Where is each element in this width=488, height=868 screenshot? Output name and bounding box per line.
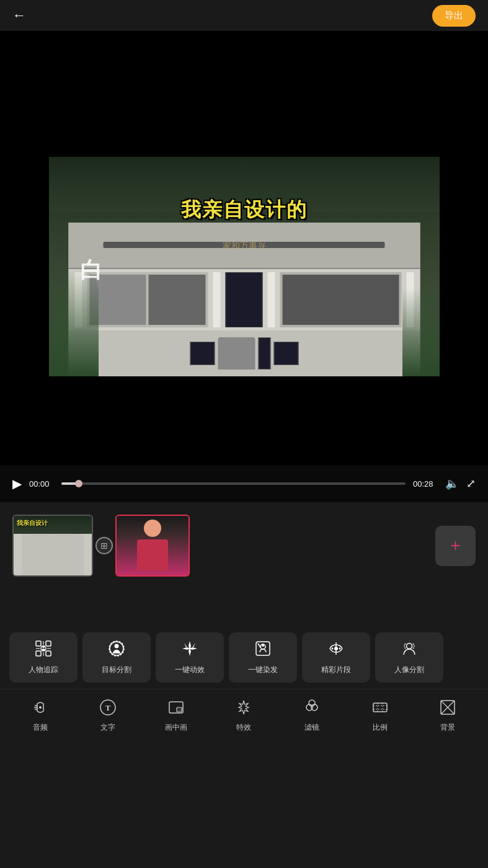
- highlights-icon: [327, 640, 345, 660]
- tool-audio[interactable]: 音频: [19, 699, 62, 733]
- video-controls: ▶ 00:00 00:28 🔈 ⤢: [0, 465, 488, 502]
- volume-icon[interactable]: 🔈: [445, 477, 459, 490]
- fullscreen-icon[interactable]: ⤢: [466, 477, 476, 490]
- back-button[interactable]: ←: [12, 9, 26, 22]
- highlights-label: 精彩片段: [321, 665, 351, 675]
- link-symbol: ⊞: [100, 541, 108, 551]
- audio-label: 音频: [33, 722, 48, 733]
- target-segment-label: 目标分割: [102, 665, 131, 675]
- link-icon: ⊞: [95, 537, 113, 554]
- ratio-icon: [371, 699, 389, 719]
- svg-point-16: [262, 644, 264, 647]
- timeline-area: 我亲自设计 ⊞ +: [0, 502, 488, 583]
- ai-tool-hair-color[interactable]: 一键染发: [229, 632, 297, 683]
- svg-point-12: [109, 641, 124, 656]
- svg-point-19: [332, 648, 334, 650]
- top-bar: ← 导出: [0, 0, 488, 31]
- person-head: [144, 520, 161, 537]
- ratio-label: 比例: [373, 722, 388, 733]
- play-button[interactable]: ▶: [12, 476, 22, 491]
- person-figure: [134, 520, 171, 572]
- svg-rect-0: [36, 641, 41, 646]
- background-label: 背景: [440, 722, 455, 733]
- spacer: [0, 583, 488, 620]
- ai-tool-person-track[interactable]: 人物追踪: [9, 632, 78, 683]
- clip-1-text: 我亲自设计: [17, 519, 48, 528]
- svg-point-25: [39, 706, 42, 709]
- tool-filter[interactable]: 滤镜: [290, 699, 334, 733]
- person-body: [137, 539, 168, 570]
- background-icon: [439, 699, 456, 719]
- effects-label: 特效: [236, 722, 251, 733]
- building-background: [49, 157, 440, 376]
- person-track-label: 人物追踪: [29, 665, 58, 675]
- ai-tools-grid: 人物追踪 目标分割: [6, 632, 482, 683]
- svg-point-11: [115, 644, 119, 649]
- audio-icon: [32, 699, 49, 719]
- tool-effects[interactable]: 特效: [222, 699, 265, 733]
- tool-ratio[interactable]: 比例: [358, 699, 402, 733]
- ai-tool-one-click-effect[interactable]: 一键动效: [156, 632, 224, 683]
- time-current: 00:00: [29, 479, 54, 489]
- filter-icon: [303, 699, 321, 719]
- one-click-effect-label: 一键动效: [175, 665, 205, 675]
- pip-icon: [167, 699, 185, 719]
- svg-point-20: [339, 648, 341, 650]
- add-clip-button[interactable]: +: [435, 526, 476, 566]
- svg-text:T: T: [105, 703, 111, 712]
- effects-icon: [235, 699, 252, 719]
- svg-rect-1: [46, 641, 51, 646]
- ai-tools-section: 人物追踪 目标分割: [0, 620, 488, 689]
- tool-text[interactable]: T 文字: [86, 699, 130, 733]
- svg-rect-2: [36, 651, 41, 656]
- target-segment-icon: [108, 640, 125, 660]
- pip-label: 画中画: [165, 722, 187, 733]
- time-total: 00:28: [413, 479, 438, 489]
- text-icon: T: [99, 699, 117, 719]
- svg-point-5: [42, 645, 45, 648]
- video-area: 白 我亲自设计的 家和万事兴 ▶ 00:00 00:28 🔈 ⤢: [0, 31, 488, 502]
- export-button[interactable]: 导出: [432, 5, 476, 27]
- hair-color-icon: [254, 640, 272, 660]
- tool-pip[interactable]: 画中画: [154, 699, 198, 733]
- clip-1-preview: 我亲自设计: [14, 516, 92, 575]
- ai-tool-target-segment[interactable]: 目标分割: [82, 632, 151, 683]
- character-overlay: 白: [80, 255, 102, 286]
- video-subtitle: 家和万事兴: [223, 241, 266, 252]
- portrait-segment-icon: [401, 640, 418, 660]
- person-track-icon: [35, 640, 52, 660]
- clip-link-connector: ⊞: [93, 515, 115, 577]
- bottom-toolbar: 音频 T 文字 画中画 特效: [0, 689, 488, 742]
- svg-rect-3: [46, 651, 51, 656]
- ai-tool-highlights[interactable]: 精彩片段: [302, 632, 370, 683]
- ai-tool-portrait-segment[interactable]: 人像分割: [375, 632, 443, 683]
- tool-background[interactable]: 背景: [426, 699, 469, 733]
- portrait-segment-label: 人像分割: [394, 665, 424, 675]
- add-icon: +: [450, 537, 460, 554]
- clip-2-preview: [117, 516, 189, 575]
- svg-point-13: [189, 647, 191, 650]
- progress-bar[interactable]: [61, 482, 406, 485]
- one-click-effect-icon: [181, 640, 198, 660]
- video-frame: 白 我亲自设计的 家和万事兴: [49, 157, 440, 376]
- progress-dot: [75, 480, 82, 487]
- clip-1-thumbnail[interactable]: 我亲自设计: [12, 515, 93, 577]
- filter-label: 滤镜: [304, 722, 319, 733]
- clip-2-thumbnail[interactable]: [115, 515, 190, 577]
- svg-rect-33: [373, 703, 387, 712]
- text-label: 文字: [100, 722, 115, 733]
- hair-color-label: 一键染发: [248, 665, 278, 675]
- video-title: 我亲自设计的: [181, 197, 308, 224]
- svg-point-21: [407, 644, 412, 649]
- svg-rect-29: [177, 707, 182, 712]
